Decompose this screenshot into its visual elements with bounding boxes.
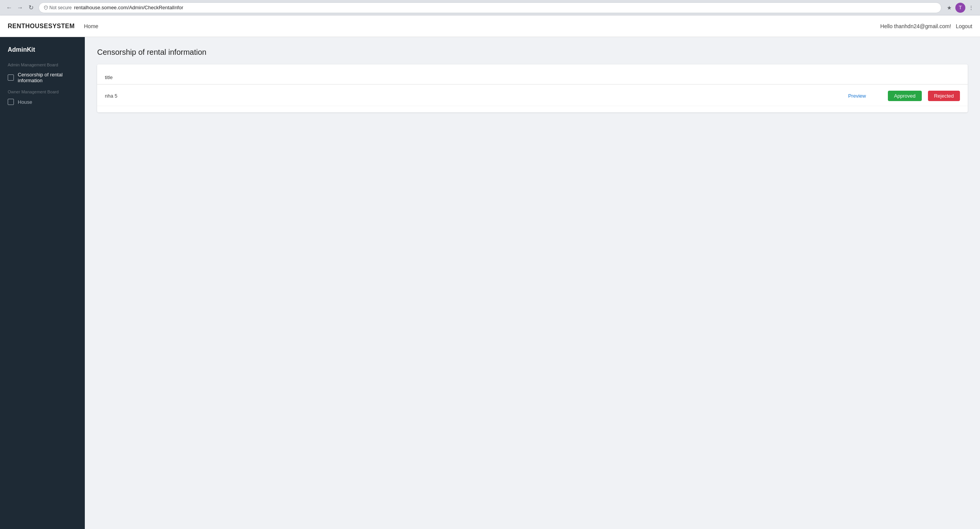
censorship-icon (8, 74, 14, 81)
col-preview: Preview (826, 93, 888, 99)
col-actions: Approved Rejected (888, 91, 960, 101)
browser-actions: ★ T ⋮ (945, 3, 975, 13)
table-card: title nha 5 Preview Approved Rejected (97, 64, 968, 112)
main-layout: AdminKit Admin Management Board Censorsh… (0, 37, 980, 529)
profile-avatar[interactable]: T (955, 3, 965, 13)
sidebar-item-censorship[interactable]: Censorship of rental information (0, 69, 85, 86)
owner-section-label: Owner Management Board (0, 86, 85, 96)
table-header-row: title (97, 71, 968, 85)
security-indicator: Not secure (44, 5, 72, 10)
browser-chrome: ← → ↻ Not secure rentalhouse.somee.com/A… (0, 0, 980, 15)
bookmark-icon[interactable]: ★ (945, 3, 954, 12)
row-name: nha 5 (105, 93, 826, 99)
preview-link[interactable]: Preview (848, 93, 866, 99)
home-nav-link[interactable]: Home (84, 23, 98, 29)
reload-button[interactable]: ↻ (26, 3, 35, 12)
security-label: Not secure (49, 5, 72, 10)
navbar-left: RENTHOUSESYSTEM Home (8, 23, 98, 30)
back-button[interactable]: ← (5, 3, 14, 12)
approved-button[interactable]: Approved (888, 91, 922, 101)
nav-buttons: ← → ↻ (5, 3, 35, 12)
menu-icon[interactable]: ⋮ (967, 5, 975, 11)
house-icon (8, 99, 14, 105)
admin-section-label: Admin Management Board (0, 59, 85, 69)
navbar-right: Hello thanhdn24@gmail.com! Logout (880, 23, 972, 29)
url-text: rentalhouse.somee.com/Admin/CheckRentalI… (74, 5, 936, 10)
app-brand: RENTHOUSESYSTEM (8, 23, 75, 30)
sidebar: AdminKit Admin Management Board Censorsh… (0, 37, 85, 529)
forward-button[interactable]: → (15, 3, 25, 12)
sidebar-censorship-label: Censorship of rental information (18, 72, 77, 83)
sidebar-item-house[interactable]: House (0, 96, 85, 108)
table-container: title nha 5 Preview Approved Rejected (97, 71, 968, 106)
address-bar[interactable]: Not secure rentalhouse.somee.com/Admin/C… (39, 2, 941, 13)
user-greeting: Hello thanhdn24@gmail.com! (880, 23, 951, 29)
rejected-button[interactable]: Rejected (928, 91, 960, 101)
logout-link[interactable]: Logout (956, 23, 972, 29)
page-title: Censorship of rental information (97, 48, 968, 57)
content-area: Censorship of rental information title n… (85, 37, 980, 529)
sidebar-kit-label: AdminKit (0, 43, 85, 59)
sidebar-house-label: House (18, 99, 32, 105)
app-navbar: RENTHOUSESYSTEM Home Hello thanhdn24@gma… (0, 15, 980, 37)
table-row: nha 5 Preview Approved Rejected (97, 86, 968, 106)
col-title-header: title (105, 74, 960, 80)
